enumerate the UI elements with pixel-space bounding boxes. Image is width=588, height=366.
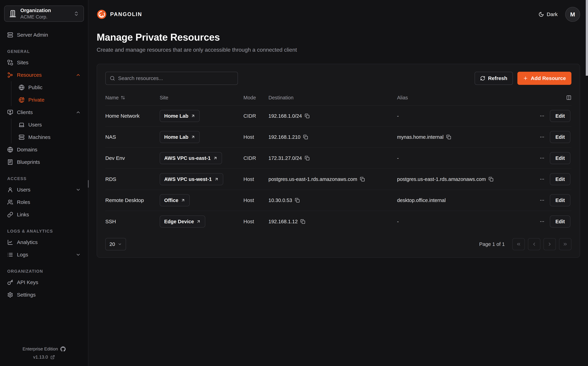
site-link-button[interactable]: Office [160,194,190,206]
page-size-select[interactable]: 20 [105,238,126,250]
add-resource-button[interactable]: Add Resource [517,72,571,85]
column-header-mode: Mode [243,95,268,100]
sidebar-item-resources[interactable]: Resources [4,69,84,81]
arrow-up-right-icon [191,135,195,139]
sidebar-item-settings[interactable]: Settings [4,289,84,301]
edit-button[interactable]: Edit [550,173,570,185]
scrollbar[interactable] [586,0,588,366]
prev-page-button[interactable] [528,238,540,250]
card-toolbar: Refresh Add Resource [105,72,571,85]
site-link-button[interactable]: AWS VPC us-west-1 [160,173,223,185]
section-label-access: ACCESS [4,176,84,181]
arrow-up-right-icon [213,156,218,160]
search-icon [110,76,115,81]
sidebar-item-label: Sites [17,60,81,66]
cell-alias: - [397,219,399,224]
page-title: Manage Private Resources [97,31,580,43]
resources-card: Refresh Add Resource Name Site Mode Dest… [97,64,580,258]
avatar[interactable]: M [565,7,580,22]
sidebar-item-label: Blueprints [17,159,81,165]
row-menu-button[interactable] [539,219,545,224]
external-link-icon[interactable] [50,355,55,359]
user-icon [7,187,13,193]
sidebar-item-logs[interactable]: Logs [4,249,84,261]
copy-destination-button[interactable] [360,177,365,182]
page-subtitle: Create and manage resources that are onl… [97,47,580,53]
row-menu-button[interactable] [539,198,545,203]
edit-button[interactable]: Edit [550,215,570,228]
sidebar-item-server-admin[interactable]: Server Admin [4,29,84,41]
sidebar-item-blueprints[interactable]: Blueprints [4,156,84,168]
site-link-button[interactable]: Edge Device [160,215,205,228]
sidebar-item-label: Machines [28,134,81,140]
page-status: Page 1 of 1 [479,241,505,247]
scrollbar-thumb[interactable] [586,0,588,76]
sidebar-item-label: Roles [17,199,81,205]
sidebar-item-sites[interactable]: Sites [4,56,84,69]
sidebar-item-domains[interactable]: Domains [4,144,84,156]
copy-destination-button[interactable] [300,219,305,224]
next-page-button[interactable] [544,238,556,250]
sidebar-item-private[interactable]: Private [15,94,84,106]
cell-alias: postgres.us-east-1.rds.amazonaws.com [397,176,486,182]
site-link-button[interactable]: Home Lab [160,110,200,122]
first-page-button[interactable] [512,238,525,250]
sidebar-item-client-users[interactable]: Users [15,119,84,131]
chevron-down-icon [76,252,81,257]
cell-mode: Host [243,197,268,203]
theme-toggle[interactable]: Dark [538,11,558,17]
section-label-organization: ORGANIZATION [4,269,84,274]
copy-alias-button[interactable] [446,135,451,139]
column-header-name[interactable]: Name [105,95,160,100]
copy-destination-button[interactable] [295,198,300,203]
copy-destination-button[interactable] [305,156,309,160]
sidebar-item-clients[interactable]: Clients [4,106,84,119]
edit-button[interactable]: Edit [550,131,570,143]
sidebar-item-roles[interactable]: Roles [4,196,84,208]
row-menu-button[interactable] [539,113,545,119]
site-link-button[interactable]: AWS VPC us-east-1 [160,152,222,164]
sidebar-item-machines[interactable]: Machines [15,131,84,144]
cell-name: RDS [105,176,160,182]
site-link-button[interactable]: Home Lab [160,131,200,143]
key-icon [7,279,13,285]
pangolin-logo-icon [97,9,107,19]
edit-button[interactable]: Edit [550,194,570,206]
sidebar-item-analytics[interactable]: Analytics [4,236,84,249]
last-page-button[interactable] [559,238,571,250]
cell-mode: CIDR [243,155,268,161]
section-label-logs-analytics: LOGS & ANALYTICS [4,229,84,234]
sidebar-item-users[interactable]: Users [4,183,84,196]
combine-icon [7,60,13,66]
sidebar-item-label: Users [28,122,81,128]
cell-destination: 192.168.1.210 [268,134,300,140]
cell-mode: CIDR [243,113,268,119]
copy-destination-button[interactable] [303,135,308,139]
sidebar-item-links[interactable]: Links [4,208,84,221]
row-menu-button[interactable] [539,177,545,182]
table-row: NAS Home Lab Host 192.168.1.210 mynas.ho… [105,127,571,148]
version-label: v1.13.0 [33,354,48,360]
columns-icon[interactable] [566,95,571,100]
row-menu-button[interactable] [539,134,545,140]
table-row: Home Network Home Lab CIDR 192.168.1.0/2… [105,106,571,127]
column-header-alias: Alias [397,95,532,100]
arrow-up-right-icon [196,219,201,224]
edit-button[interactable]: Edit [550,152,570,164]
sidebar-item-public[interactable]: Public [15,81,84,94]
search-input[interactable] [118,75,233,81]
copy-alias-button[interactable] [489,177,493,182]
building-icon [9,10,17,17]
gear-icon [7,292,13,298]
table-row: Remote Desktop Office Host 10.30.0.53 de… [105,190,571,211]
cell-name: SSH [105,219,160,224]
copy-destination-button[interactable] [305,114,309,118]
sidebar-item-label: Clients [17,109,72,115]
sidebar-footer: Enterprise Edition v1.13.0 [0,346,88,360]
refresh-button[interactable]: Refresh [475,72,513,85]
github-icon[interactable] [60,346,66,352]
edit-button[interactable]: Edit [550,110,570,122]
row-menu-button[interactable] [539,155,545,161]
sidebar-item-api-keys[interactable]: API Keys [4,276,84,289]
org-switcher[interactable]: Organization ACME Corp. [4,6,84,22]
